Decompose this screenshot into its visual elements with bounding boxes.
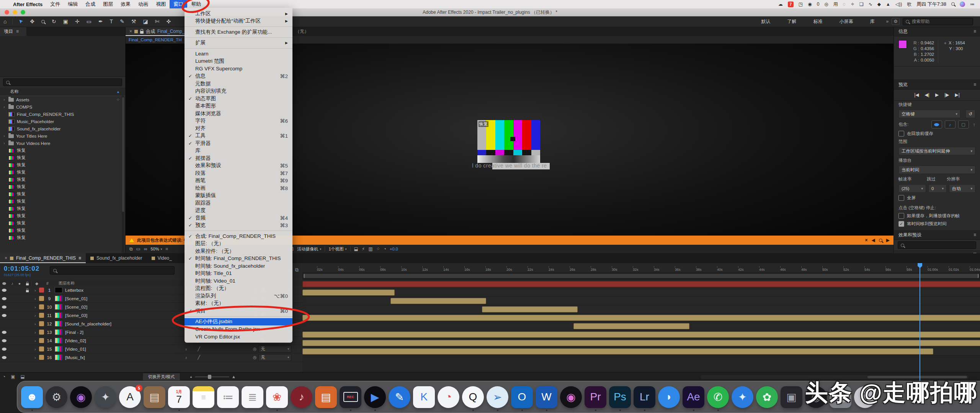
menubar-item-8[interactable]: 帮助 <box>187 0 205 8</box>
dock-siri-icon[interactable]: ◉ <box>70 386 92 408</box>
workspace-tab-3[interactable]: 小屏幕 <box>831 18 862 25</box>
layer-name[interactable]: [Music_fx] <box>62 355 85 360</box>
menubar-item-6[interactable]: 视图 <box>152 0 170 8</box>
lock-toggle[interactable] <box>23 288 31 293</box>
project-item-11[interactable]: 恢复 <box>0 176 125 183</box>
time-ruler[interactable]: 02s04s06s08s10s12s14s16s18s20s22s24s26s2… <box>302 263 980 273</box>
status-calendar-icon[interactable]: 7 <box>788 2 794 7</box>
layer-duration-bar[interactable] <box>302 281 980 287</box>
status-diamond-icon[interactable]: ◆ <box>877 2 881 7</box>
sort-ascending-icon[interactable]: ▲ <box>116 90 120 94</box>
dock-keynote-app-icon[interactable]: K <box>413 386 435 408</box>
track-row-4[interactable] <box>302 314 980 322</box>
range-dropdown[interactable]: 工作区域按当前时间延伸▾ <box>898 147 975 155</box>
layer-duration-bar[interactable] <box>573 323 689 329</box>
anchor-switch-icon[interactable]: ♁ <box>185 355 188 360</box>
label-column-icon[interactable]: ◆ <box>31 281 42 286</box>
layer-duration-bar[interactable] <box>482 306 578 312</box>
cache-before-playback-checkbox[interactable] <box>898 131 904 137</box>
menubar-item-0[interactable]: 文件 <box>46 0 64 8</box>
video-column-icon[interactable] <box>2 282 6 285</box>
zoom-in-mountain-icon[interactable]: ▲ <box>232 374 236 379</box>
dock-player-icon[interactable]: ▶ <box>364 386 386 408</box>
window-menu-item-9[interactable]: RG VFX Supercomp <box>185 65 292 73</box>
video-toggle[interactable] <box>0 314 8 317</box>
grid-guides-icon[interactable]: ⌗ <box>166 246 168 252</box>
dock-green-sphere-app-icon[interactable]: ✿ <box>756 386 778 408</box>
layer-name[interactable]: [Final - 2] <box>62 330 83 335</box>
audio-column-icon[interactable]: ♪ <box>8 281 16 286</box>
pan-behind-tool-icon[interactable]: ✛ <box>72 16 83 27</box>
layer-label-chip[interactable] <box>39 330 44 335</box>
window-menu-item-7[interactable]: Learn <box>185 50 292 58</box>
layer-chevron-icon[interactable]: › <box>31 313 39 318</box>
status-chat-icon[interactable]: ❑ <box>859 2 864 7</box>
window-menu-item-8[interactable]: Lumetri 范围 <box>185 58 292 65</box>
project-item-14[interactable]: 恢复 <box>0 198 125 205</box>
dock-davinci-resolve-icon[interactable]: ◉ <box>560 386 582 408</box>
layer-chevron-icon[interactable]: › <box>31 322 39 326</box>
project-item-0[interactable]: ›Assets⁘ <box>0 96 125 103</box>
track-row-7[interactable] <box>302 339 980 347</box>
frame-rate-dropdown[interactable]: (25)▾ <box>898 184 926 193</box>
next-error-icon[interactable]: ▶ <box>886 237 890 243</box>
status-song-icon[interactable]: 歌 <box>907 1 911 8</box>
window-menu-item-18[interactable]: ✓工具⌘1 <box>185 132 292 140</box>
window-menu-item-14[interactable]: 基本图形 <box>185 102 292 110</box>
dock-calendar-icon[interactable]: 1月7 <box>168 386 190 408</box>
workspace-tab-1[interactable]: 了解 <box>779 18 805 25</box>
dock-reminders-icon[interactable]: ≔ <box>217 386 239 408</box>
status-cloud-icon[interactable]: ☁ <box>778 2 783 7</box>
zoom-out-mountain-icon[interactable]: ▲ <box>189 375 193 379</box>
parent-dropdown[interactable]: 无▾ <box>258 354 291 361</box>
window-menu-item-40[interactable]: 渲染队列⌥⌘0 <box>185 292 292 300</box>
hand-tool-icon[interactable]: ✥ <box>26 16 38 27</box>
dock-music-icon[interactable]: ♪ <box>291 386 312 408</box>
window-menu-item-38[interactable]: 时间轴: Video_01 <box>185 277 292 285</box>
status-volume-icon[interactable]: ◁)) <box>895 2 902 7</box>
window-menu-item-17[interactable]: 对齐 <box>185 125 292 132</box>
video-toggle[interactable] <box>0 306 8 309</box>
selection-tool-icon[interactable]: ➤ <box>15 16 26 27</box>
window-menu-item-39[interactable]: 流程图: （无） <box>185 285 292 293</box>
video-toggle[interactable] <box>0 356 8 359</box>
window-menu-item-15[interactable]: 媒体浏览器 <box>185 110 292 117</box>
pixel-aspect-icon[interactable]: ⬓ <box>354 246 358 252</box>
layer-chevron-icon[interactable]: › <box>31 347 39 351</box>
window-menu-item-35[interactable]: ✓时间轴: Final_Comp_RENDER_THIS <box>185 255 292 263</box>
dock-after-effects-icon[interactable]: Ae <box>683 386 704 408</box>
dock-doodle-app-icon[interactable]: ✎ <box>389 386 410 408</box>
dock-launchpad-icon[interactable]: ⚙ <box>46 386 67 408</box>
anchor-switch-icon[interactable]: ♁ <box>185 347 188 351</box>
project-item-16[interactable]: 恢复 <box>0 212 125 220</box>
layer-chevron-icon[interactable]: › <box>31 355 39 360</box>
workspace-overflow-icon[interactable]: » <box>883 19 892 24</box>
window-menu-item-19[interactable]: ✓平滑器 <box>185 140 292 147</box>
menubar-item-5[interactable]: 动画 <box>134 0 152 8</box>
timeline-search-input[interactable] <box>50 266 175 275</box>
layer-duration-bar[interactable] <box>302 289 395 296</box>
project-item-8[interactable]: 恢复 <box>0 154 125 161</box>
notification-center-icon[interactable]: ≔ <box>970 2 975 7</box>
layer-name[interactable]: [Sound_fx_placeholder] <box>62 322 111 326</box>
window-menu-item-44[interactable]: AE小伴侣.jsxbin <box>185 318 292 326</box>
prev-frame-button[interactable]: ◀| <box>925 92 929 98</box>
play-button[interactable]: ▶ <box>935 92 939 98</box>
spotlight-search-icon[interactable] <box>951 2 955 7</box>
chevron-right-icon[interactable]: › <box>2 141 6 145</box>
move-time-checkbox[interactable]: ✓ <box>898 221 904 227</box>
project-tab[interactable]: 项目 ≡ <box>0 27 26 36</box>
workspace-tab-0[interactable]: 默认 <box>753 18 779 25</box>
layer-name[interactable]: [Video_02] <box>62 338 86 343</box>
layer-name[interactable]: [Video_01] <box>62 347 86 351</box>
toggle-switches-modes-button[interactable]: 切换开关/模式 <box>142 373 180 381</box>
app-menu[interactable]: After Effects <box>9 2 46 7</box>
window-menu-item-5[interactable]: 扩展▶ <box>185 39 292 47</box>
playhead[interactable] <box>920 263 920 381</box>
project-item-15[interactable]: 恢复 <box>0 205 125 212</box>
error-search-icon[interactable] <box>879 239 882 242</box>
layer-name-column-label[interactable]: 图层名称 <box>53 281 75 286</box>
chevron-right-icon[interactable]: › <box>2 134 6 138</box>
layer-duration-bar[interactable] <box>390 298 486 304</box>
menubar-item-2[interactable]: 合成 <box>82 0 99 8</box>
